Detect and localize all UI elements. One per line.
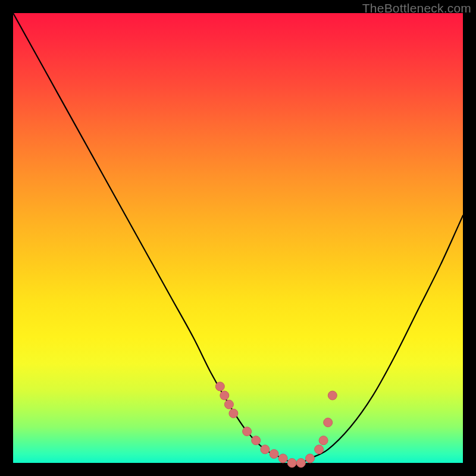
data-marker bbox=[224, 400, 233, 409]
data-marker bbox=[215, 382, 224, 391]
data-marker bbox=[243, 427, 252, 436]
data-marker bbox=[261, 445, 270, 454]
data-marker bbox=[287, 459, 296, 468]
data-marker bbox=[252, 436, 261, 445]
data-marker bbox=[315, 445, 324, 454]
data-marker bbox=[220, 391, 229, 400]
data-marker bbox=[306, 454, 315, 463]
data-marker bbox=[270, 449, 278, 458]
data-marker bbox=[328, 391, 337, 400]
data-marker bbox=[324, 418, 333, 427]
data-marker bbox=[296, 459, 305, 468]
chart-frame: TheBottleneck.com bbox=[0, 0, 476, 476]
data-marker bbox=[319, 436, 328, 445]
data-marker bbox=[229, 409, 238, 418]
data-marker bbox=[278, 454, 287, 463]
curve-svg bbox=[13, 13, 463, 463]
plot-area bbox=[13, 13, 463, 463]
bottleneck-curve bbox=[13, 13, 463, 464]
